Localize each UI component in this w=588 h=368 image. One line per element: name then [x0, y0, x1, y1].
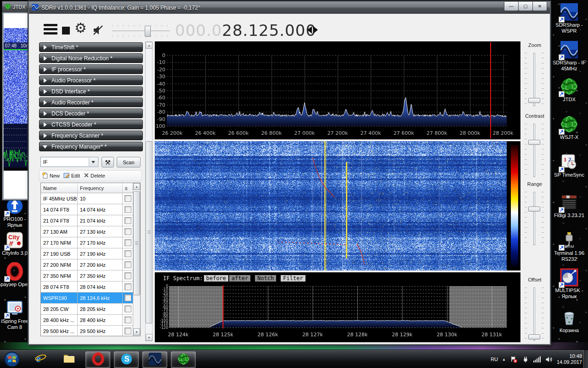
taskbar-explorer[interactable]	[57, 351, 81, 367]
panel-frequency-scanner[interactable]: Frequency Scanner *	[39, 131, 143, 140]
scan-checkbox[interactable]	[124, 272, 131, 279]
table-row-27-130-am[interactable]: 27 130 AM27 130 kHz	[41, 226, 133, 237]
network-signal-icon[interactable]	[533, 356, 541, 362]
panel-ctcss-decoder[interactable]: CTCSS Decoder *	[39, 120, 143, 129]
mute-button[interactable]	[92, 24, 104, 36]
panel-audio-recorder[interactable]: Audio Recorder *	[39, 98, 143, 107]
contrast-slider-thumb[interactable]	[528, 140, 540, 145]
table-row-if-45mhz-usb[interactable]: IF 45MHz USB10	[41, 193, 133, 204]
stop-button[interactable]	[62, 27, 70, 34]
panel-frequency-manager[interactable]: Frequency Manager* *	[39, 142, 143, 151]
scan-checkbox[interactable]	[124, 250, 131, 257]
column-header-frequency[interactable]: Frequency	[78, 183, 123, 193]
if-notch-button[interactable]: Notch	[255, 275, 276, 282]
table-scrollbar-thumb[interactable]	[133, 191, 140, 295]
delete-button[interactable]: Delete	[84, 172, 105, 179]
rf-spectrum-chart[interactable]	[155, 41, 520, 139]
if-filter-button[interactable]: Filter	[281, 275, 305, 282]
scan-checkbox[interactable]	[124, 228, 131, 235]
scan-button[interactable]: Scan	[117, 157, 141, 167]
minimize-button[interactable]: —	[504, 2, 519, 11]
frequency-step-down-icon[interactable]	[307, 26, 312, 34]
desktop-icon-pro100-ярлык[interactable]: PRO100 - Ярлык	[0, 197, 32, 228]
panel-dsd-interface[interactable]: DSD Interface *	[39, 86, 143, 96]
table-row-27-170-nfm[interactable]: 27 170 NFM27 170 kHz	[41, 237, 133, 248]
panel-timeshift[interactable]: TimeShift *	[39, 42, 143, 52]
offset-slider[interactable]	[533, 288, 535, 341]
sdrsharp-titlebar[interactable]: SDR# v1.0.0.1361 - IQ Imbalance: Gain = …	[29, 2, 550, 14]
table-row-29-500-khz[interactable]: 29 500 kHz ...29 500 kHz	[41, 326, 133, 336]
column-header-name[interactable]: Name	[41, 183, 78, 193]
group-select[interactable]: IF	[40, 157, 98, 167]
taskbar-sdrsharp[interactable]	[142, 351, 167, 368]
waterfall-display[interactable]	[155, 141, 520, 270]
desktop-icon-браузер-opera[interactable]: Браузер Opera	[0, 262, 32, 288]
desktop-icon-jtdx[interactable]: JTDX	[552, 77, 587, 103]
scan-checkbox[interactable]	[124, 217, 131, 224]
desktop-icon-sdrsharp-wspr[interactable]: SDRSharp - WSPR	[552, 3, 587, 34]
maximize-button[interactable]: ▢	[518, 2, 533, 11]
sidebar-scrollbar-thumb[interactable]	[146, 141, 153, 323]
frequency-step-up-icon[interactable]	[313, 26, 318, 34]
desktop-icon-корзина[interactable]: Корзина	[552, 308, 587, 334]
if-after-button[interactable]: after	[229, 275, 250, 282]
taskbar-clock[interactable]: 10:48 14.09.2017	[557, 353, 582, 365]
start-button[interactable]	[4, 351, 20, 368]
desktop-icon-fldigi-3-23-21[interactable]: Fldigi 3.23.21	[552, 193, 587, 218]
taskbar-skype[interactable]: S	[114, 351, 139, 368]
scan-checkbox[interactable]	[124, 206, 131, 213]
menu-button[interactable]	[44, 24, 57, 36]
scan-checkbox[interactable]	[124, 195, 131, 202]
sidebar-scrollbar[interactable]: ▲ ▼	[145, 41, 153, 341]
desktop-icon-multipsk-ярлык[interactable]: MULTIPSK - Ярлык	[552, 268, 587, 299]
column-header-s[interactable]: s	[123, 183, 133, 193]
scan-checkbox[interactable]	[124, 283, 131, 290]
sidebar-scroll-up-button[interactable]: ▲	[146, 42, 153, 49]
contrast-slider[interactable]	[533, 124, 535, 177]
scan-checkbox[interactable]	[124, 316, 131, 323]
manager-tools-button[interactable]: ⚒	[102, 157, 114, 167]
desktop-icon-sdrsharp-if-45mhz[interactable]: SDRSharp - IF 45MHz	[552, 40, 587, 72]
if-spectrum-chart[interactable]	[155, 272, 520, 342]
scan-checkbox[interactable]	[124, 328, 131, 334]
show-desktop-button[interactable]	[583, 350, 588, 368]
desktop-icon-terminal-1-96-rs232[interactable]: TERMTerminal 1.96 RS232	[552, 231, 587, 262]
scan-checkbox[interactable]	[124, 239, 131, 246]
table-row-wspr190[interactable]: WSPR19028 124,6 kHz	[41, 293, 133, 304]
table-row-28-074-ft8[interactable]: 28 074 FT828 074 kHz	[41, 282, 133, 293]
table-scroll-up-button[interactable]: ▲	[133, 183, 140, 190]
scan-checkbox[interactable]	[124, 261, 131, 268]
table-row-28-400-khz[interactable]: 28 400 kHz ...28 400 kHz	[41, 315, 133, 326]
sidebar-scroll-down-button[interactable]: ▼	[146, 334, 153, 341]
scan-checkbox[interactable]	[124, 305, 131, 312]
volume-slider-thumb[interactable]	[145, 26, 151, 37]
frequency-display[interactable]: 000.028.125.000	[175, 21, 316, 40]
volume-slider[interactable]	[112, 30, 170, 31]
table-scrollbar[interactable]: ▲ ▼	[133, 183, 140, 336]
taskbar-internet-explorer[interactable]: e	[28, 351, 52, 367]
edit-button[interactable]: Edit	[63, 172, 80, 179]
new-button[interactable]: New	[42, 172, 60, 179]
settings-button[interactable]: ⚙	[74, 21, 87, 35]
desktop-icon-wsjt-x[interactable]: WSJT-X	[552, 115, 587, 140]
range-slider[interactable]	[533, 192, 535, 245]
desktop-icon-sp-timesync[interactable]: 12SP TimeSync	[552, 153, 587, 178]
taskbar-opera[interactable]	[85, 351, 110, 368]
frequency-step-buttons[interactable]	[307, 26, 321, 34]
desktop-icon-cityinfo-3-0[interactable]: CityIfCityInfo 3.0	[0, 231, 32, 256]
if-before-button[interactable]: before	[204, 275, 228, 282]
panel-digital-noise-reduction[interactable]: Digital Noise Reduction *	[39, 53, 143, 63]
table-scroll-down-button[interactable]: ▼	[133, 328, 140, 335]
taskbar-jtdx[interactable]	[171, 351, 196, 368]
power-plug-icon[interactable]	[522, 356, 529, 363]
chevron-down-icon[interactable]	[89, 158, 97, 166]
action-center-flag-icon[interactable]	[510, 356, 518, 363]
desktop-icon-ispring-free-cam-8[interactable]: iSpring Free Cam 8	[0, 299, 32, 330]
zoom-slider-thumb[interactable]	[528, 98, 540, 103]
table-row-28-205-cw[interactable]: 28 205 CW28 205 kHz	[41, 304, 133, 315]
panel-if-processor[interactable]: IF processor *	[39, 64, 143, 74]
speaker-icon[interactable]	[545, 356, 553, 363]
table-row-21-074-ft8[interactable]: 21 074 FT821 074 kHz	[41, 215, 133, 226]
offset-slider-thumb[interactable]	[528, 334, 540, 339]
table-row-27-350-nfm[interactable]: 27 350 NFM27 350 kHz	[41, 270, 133, 282]
